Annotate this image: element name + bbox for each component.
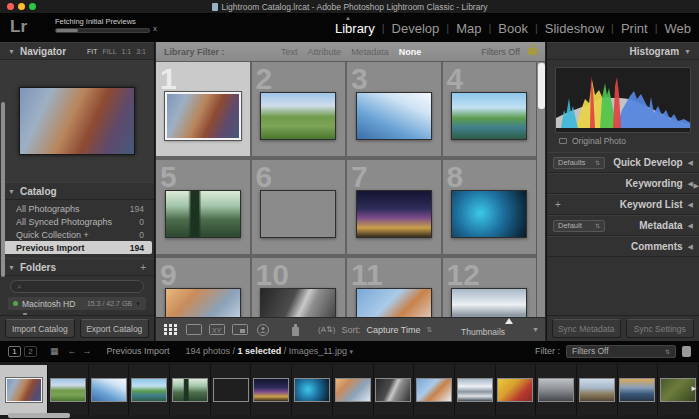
module-tab[interactable]: Slideshow [545, 21, 604, 36]
filmstrip-cell[interactable] [374, 365, 415, 415]
section-preset-dropdown[interactable]: Defaults⇅ [553, 157, 605, 169]
main-window-button[interactable]: 1 [8, 346, 21, 357]
filmstrip-thumbnail[interactable] [50, 378, 86, 402]
module-tab[interactable]: Develop [392, 21, 440, 36]
filmstrip-cell[interactable] [496, 365, 537, 415]
collapse-triangle-icon[interactable]: ▼ [8, 48, 15, 55]
filmstrip-cell[interactable] [89, 365, 130, 415]
grid-photo-cell[interactable]: 9 [156, 258, 250, 317]
filmstrip-thumbnail[interactable] [335, 378, 371, 402]
add-folder-button[interactable]: + [140, 262, 146, 273]
filmstrip-cell[interactable] [333, 365, 374, 415]
module-tab[interactable]: Book [498, 21, 528, 36]
navigator-header[interactable]: ▼ Navigator FITFILL1:13:1 [0, 42, 154, 60]
filmstrip-cell[interactable] [129, 365, 170, 415]
grid-photo-cell[interactable]: 2 [252, 62, 346, 156]
grid-photo-cell[interactable]: 5 [156, 160, 250, 254]
filmstrip-thumbnail[interactable] [131, 378, 167, 402]
photo-thumbnail[interactable] [260, 190, 336, 238]
survey-view-button[interactable] [231, 323, 248, 336]
grid-photo-cell[interactable]: 10 [252, 258, 346, 317]
grid-photo-cell[interactable]: 4 [443, 62, 537, 156]
catalog-item[interactable]: All Photographs 194 [0, 202, 154, 215]
export-catalog-button[interactable]: Export Catalog [80, 319, 150, 338]
filter-switch-icon[interactable] [682, 346, 691, 357]
photo-thumbnail[interactable] [165, 92, 241, 140]
left-panel-scrollbar[interactable] [1, 102, 5, 277]
photo-thumbnail[interactable] [260, 92, 336, 140]
forward-arrow-icon[interactable]: → [83, 346, 92, 356]
filmstrip-thumbnail[interactable] [619, 378, 655, 402]
photo-thumbnail[interactable] [451, 288, 527, 317]
grid-photo-cell[interactable]: 1 [156, 62, 250, 156]
filmstrip-thumbnail[interactable] [213, 378, 249, 402]
grid-scrollbar-thumb[interactable] [538, 63, 545, 109]
module-tab[interactable]: Map [456, 21, 481, 36]
filmstrip-thumbnail[interactable] [6, 378, 42, 402]
toolbar-options-dropdown-icon[interactable]: ▼ [532, 326, 539, 333]
filter-option[interactable]: Metadata [351, 47, 389, 57]
filmstrip-cell[interactable] [455, 365, 496, 415]
sort-direction-icon[interactable]: (A⇅) [318, 325, 335, 334]
filmstrip-cell[interactable] [577, 365, 618, 415]
filmstrip-thumbnail[interactable] [579, 378, 615, 402]
photo-thumbnail[interactable] [356, 92, 432, 140]
section-preset-dropdown[interactable]: Default⇅ [553, 220, 605, 232]
histogram-chart[interactable] [555, 67, 691, 133]
collapse-triangle-icon[interactable]: ▼ [8, 264, 15, 271]
sort-dropdown-icon[interactable]: ⇅ [426, 326, 432, 334]
expand-left-triangle-icon[interactable]: ◀ [688, 201, 693, 209]
filmstrip-cell[interactable] [536, 365, 577, 415]
source-dropdown-icon[interactable]: ▾ [350, 348, 354, 355]
expand-left-triangle-icon[interactable]: ◀ [688, 159, 693, 167]
filmstrip-cell[interactable] [48, 365, 89, 415]
filmstrip-thumbnail[interactable] [253, 378, 289, 402]
expand-left-triangle-icon[interactable]: ◀ [688, 180, 693, 188]
filmstrip-thumbnail[interactable] [294, 378, 330, 402]
volume-browser[interactable]: Macintosh HD 15.3 / 42.7 GB ▼ [8, 297, 146, 310]
second-window-button[interactable]: 2 [24, 346, 37, 357]
navigator-zoom-option[interactable]: FIT [87, 48, 98, 55]
module-tab[interactable]: Library [335, 21, 375, 36]
photo-thumbnail[interactable] [260, 288, 336, 317]
filter-option[interactable]: Text [281, 47, 298, 57]
compare-view-button[interactable]: XY [208, 323, 225, 336]
right-panel-section-header[interactable]: ⇅ + Keyword List ◀ [547, 194, 699, 215]
catalog-header[interactable]: ▼ Catalog [0, 182, 154, 200]
filmstrip-thumbnail[interactable] [416, 378, 452, 402]
filter-option[interactable]: Attribute [308, 47, 342, 57]
grid-view-shortcut-icon[interactable]: ▦ [50, 346, 59, 356]
navigator-preview-image[interactable] [19, 87, 135, 155]
catalog-item[interactable]: All Synced Photographs 0 [0, 215, 154, 228]
loupe-view-button[interactable] [185, 323, 202, 336]
collapse-triangle-icon[interactable]: ▼ [8, 188, 15, 195]
photo-thumbnail[interactable] [356, 190, 432, 238]
filmstrip-thumbnail[interactable] [497, 378, 533, 402]
right-panel-section-header[interactable]: ⇅ Keywording ◀ [547, 173, 699, 194]
collapse-triangle-icon[interactable]: ▼ [684, 48, 691, 55]
selection-info[interactable]: 194 photos / 1 selected / Images_11.jpg … [186, 346, 354, 356]
photo-thumbnail[interactable] [165, 288, 241, 317]
filmstrip-cell[interactable] [618, 365, 659, 415]
histogram-header[interactable]: Histogram ▼ [547, 42, 699, 60]
filmstrip-thumbnail[interactable] [538, 378, 574, 402]
filmstrip-cell[interactable] [414, 365, 455, 415]
painter-tool-icon[interactable] [287, 323, 304, 336]
slider-knob[interactable] [505, 318, 513, 324]
expand-left-triangle-icon[interactable]: ◀ [688, 243, 693, 251]
navigator-zoom-option[interactable]: 1:1 [122, 48, 132, 55]
grid-scrollbar[interactable] [536, 62, 545, 317]
photo-thumbnail[interactable] [451, 92, 527, 140]
catalog-item[interactable]: Previous Import 194 [2, 241, 152, 254]
navigator-zoom-option[interactable]: FILL [103, 48, 117, 55]
import-catalog-button[interactable]: Import Catalog [5, 319, 75, 338]
grid-photo-cell[interactable]: 6 [252, 160, 346, 254]
filter-lock-icon[interactable] [528, 48, 537, 55]
grid-photo-cell[interactable]: 11 [347, 258, 441, 317]
grid-photo-cell[interactable]: 12 [443, 258, 537, 317]
back-arrow-icon[interactable]: ← [68, 346, 77, 356]
section-add-button[interactable]: + [555, 199, 561, 210]
sort-criteria-dropdown[interactable]: Capture Time [366, 325, 420, 335]
right-panel-collapse-arrow[interactable]: ▶ [694, 182, 699, 190]
people-view-button[interactable] [254, 323, 271, 336]
